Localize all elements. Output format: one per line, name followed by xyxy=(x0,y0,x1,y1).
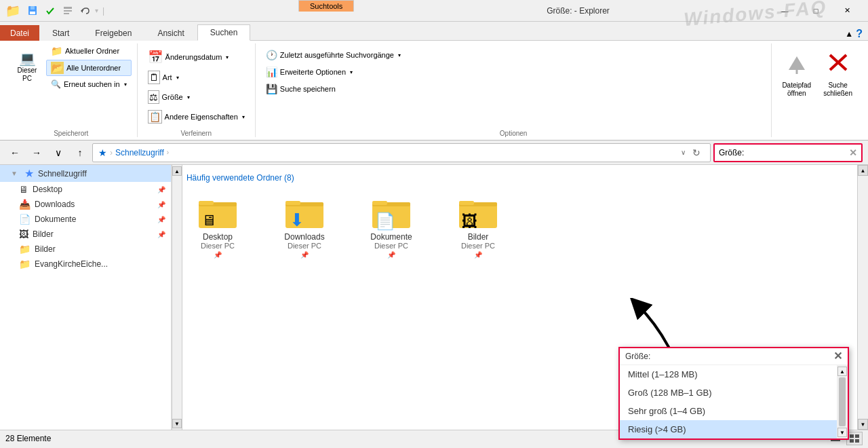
content-scroll-up[interactable]: ▲ xyxy=(858,165,868,176)
tab-datei[interactable]: Datei xyxy=(0,25,39,41)
folder-item-bilder[interactable]: 🖼 Bilder Dieser PC 📌 xyxy=(437,191,519,263)
search-box[interactable]: Größe: ✕ xyxy=(713,143,863,162)
size-dropdown-header: Größe: ✕ xyxy=(620,348,848,365)
downloads-icon: 📥 xyxy=(19,199,31,210)
search-again-icon: 🔍 xyxy=(51,79,61,89)
desktop-label: Desktop xyxy=(33,185,153,194)
alle-unterordner-button[interactable]: 📂 Alle Unterordner xyxy=(46,60,132,76)
svg-rect-13 xyxy=(199,201,214,205)
maximize-button[interactable]: □ xyxy=(800,0,831,22)
folder-item-desktop[interactable]: 🖥 Desktop Dieser PC 📌 xyxy=(177,191,258,263)
andere-eigenschaften-button[interactable]: 📋 Andere Eigenschaften ▾ xyxy=(143,108,250,126)
desktop-pin: 📌 xyxy=(157,186,165,193)
sidebar-item-schnellzugriff[interactable]: ▼ ★ Schnellzugriff xyxy=(0,165,171,182)
zuletzt-ausgefuehrt-button[interactable]: 🕐 Zuletzt ausgeführte Suchvorgänge ▾ xyxy=(261,48,766,62)
downloads-folder-name: Downloads xyxy=(284,232,324,242)
folder-grid: 🖥 Desktop Dieser PC 📌 ⬇ Downloads Dies xyxy=(177,188,863,272)
downloads-label: Downloads xyxy=(35,200,153,209)
dropdown-scroll-down[interactable]: ▼ xyxy=(837,428,847,437)
andere-eigenschaften-label: Andere Eigenschaften xyxy=(165,113,238,121)
folder-icon: 📁 xyxy=(51,45,62,56)
suchtools-tab[interactable]: Suchtools xyxy=(298,0,354,12)
eigenschaften-icon: 📋 xyxy=(148,110,162,124)
size-dropdown: Größe: ✕ Mittel (1–128 MB) Groß (128 MB–… xyxy=(618,347,849,440)
checkmark-qat-button[interactable] xyxy=(42,3,58,19)
erweiterte-optionen-button[interactable]: 📊 Erweiterte Optionen ▾ xyxy=(261,64,766,79)
desktop-badge: 🖥 xyxy=(201,212,216,229)
erneut-suchen-button[interactable]: 🔍 Erneut suchen in ▾ xyxy=(46,77,132,91)
desktop-folder-name: Desktop xyxy=(203,232,233,242)
svg-marker-6 xyxy=(81,9,83,13)
section-header-label: Häufig verwendete Ordner (8) xyxy=(186,173,294,183)
svg-rect-4 xyxy=(64,10,72,12)
zuletzt-ausgefuehrt-label: Zuletzt ausgeführte Suchvorgänge xyxy=(280,51,394,59)
save-qat-button[interactable] xyxy=(24,3,41,19)
svg-rect-1 xyxy=(31,6,35,10)
sidebar-item-desktop[interactable]: 🖥 Desktop 📌 xyxy=(0,182,171,197)
search-clear-icon[interactable]: ✕ xyxy=(849,147,857,158)
search-input[interactable]: Größe: xyxy=(719,148,846,157)
tab-start[interactable]: Start xyxy=(39,25,82,41)
sidebar-item-bilder[interactable]: 🖼 Bilder 📌 xyxy=(0,227,171,242)
sidebar-scroll-up[interactable]: ▲ xyxy=(172,166,182,176)
size-item-gross[interactable]: Groß (128 MB–1 GB) xyxy=(620,384,837,402)
tab-suchen[interactable]: Suchen xyxy=(197,24,251,41)
quick-access-toolbar: 📁 ▾ | xyxy=(5,3,107,19)
sidebar-item-bilder2[interactable]: 📁 Bilder xyxy=(0,242,171,257)
section-header-frequent[interactable]: ▼ Häufig verwendete Ordner (8) xyxy=(177,170,863,185)
evang-icon: 📁 xyxy=(19,259,31,269)
sidebar-scroll-down[interactable]: ▼ xyxy=(172,419,182,428)
dropdown-scroll-up[interactable]: ▲ xyxy=(837,367,847,376)
sidebar-item-downloads[interactable]: 📥 Downloads 📌 xyxy=(0,197,171,212)
address-dropdown-button[interactable]: ∨ xyxy=(681,149,686,156)
dateipfad-oeffnen-button[interactable]: Dateipfadöffnen xyxy=(777,46,816,101)
suche-speichern-label: Suche speichern xyxy=(280,85,336,93)
ribbon-content: 💻 DieserPC 📁 Aktueller Ordner 📂 Alle Unt… xyxy=(0,41,868,141)
suche-speichern-button[interactable]: 💾 Suche speichern xyxy=(261,81,766,96)
art-button[interactable]: 🗒 Art ▾ xyxy=(143,69,250,86)
help-button[interactable]: ? xyxy=(856,28,863,40)
svg-rect-30 xyxy=(850,439,854,443)
properties-qat-button[interactable] xyxy=(60,3,76,19)
calendar-icon: 📅 xyxy=(148,50,163,64)
title-bar: 📁 ▾ | Suchtools Größe: - Explorer Window… xyxy=(0,0,868,22)
content-scroll-down[interactable]: ▼ xyxy=(858,419,868,430)
star-icon: ★ xyxy=(24,167,34,180)
address-schnellzugriff[interactable]: Schnellzugriff xyxy=(115,148,164,157)
close-button[interactable]: ✕ xyxy=(831,0,863,22)
svg-rect-3 xyxy=(64,7,72,9)
minimize-button[interactable]: — xyxy=(769,0,800,22)
refresh-button[interactable]: ↻ xyxy=(688,145,705,161)
forward-button[interactable]: → xyxy=(27,143,46,162)
recent-locations-button[interactable]: ∨ xyxy=(49,143,68,162)
sidebar-scrollbar: ▲ ▼ xyxy=(172,165,182,430)
groesse-button[interactable]: ⚖ Größe ▾ xyxy=(143,88,250,106)
tab-ansicht[interactable]: Ansicht xyxy=(144,25,197,41)
tab-freigeben[interactable]: Freigeben xyxy=(82,25,144,41)
dieser-pc-label: DieserPC xyxy=(18,67,37,83)
undo-qat-button[interactable] xyxy=(77,3,94,19)
size-item-riesig[interactable]: Riesig (>4 GB) xyxy=(620,420,837,438)
address-star-icon: ★ xyxy=(98,147,107,158)
folder-item-downloads[interactable]: ⬇ Downloads Dieser PC 📌 xyxy=(264,191,345,263)
size-dropdown-close-button[interactable]: ✕ xyxy=(833,351,842,362)
back-button[interactable]: ← xyxy=(5,143,24,162)
suche-schliessen-button[interactable]: Sucheschließen xyxy=(818,46,857,101)
speicherort-row: 💻 DieserPC 📁 Aktueller Ordner 📂 Alle Unt… xyxy=(11,43,132,91)
sidebar-item-evang[interactable]: 📁 EvangKircheEiche... xyxy=(0,257,171,272)
aenderungsdatum-button[interactable]: 📅 Änderungsdatum ▾ xyxy=(143,48,250,67)
up-button[interactable]: ↑ xyxy=(71,143,90,162)
desktop-icon: 🖥 xyxy=(19,184,28,195)
ribbon-section-optionen: 🕐 Zuletzt ausgeführte Suchvorgänge ▾ 📊 E… xyxy=(256,43,772,137)
aktueller-ordner-label: Aktueller Ordner xyxy=(65,47,119,55)
dieser-pc-button[interactable]: 💻 DieserPC xyxy=(11,48,43,86)
size-item-mittel[interactable]: Mittel (1–128 MB) xyxy=(620,365,837,384)
ribbon-collapse-button[interactable]: ▲ xyxy=(845,29,853,39)
size-item-sehr-gross[interactable]: Sehr groß (1–4 GB) xyxy=(620,402,837,420)
aktueller-ordner-button[interactable]: 📁 Aktueller Ordner xyxy=(46,43,132,58)
folder-item-dokumente[interactable]: 📄 Dokumente Dieser PC 📌 xyxy=(351,191,432,263)
ribbon-section-speicherort: 💻 DieserPC 📁 Aktueller Ordner 📂 Alle Unt… xyxy=(5,43,138,137)
ribbon-section-verfeinern: 📅 Änderungsdatum ▾ 🗒 Art ▾ ⚖ Größe ▾ 📋 A… xyxy=(138,43,256,137)
sidebar-item-dokumente[interactable]: 📄 Dokumente 📌 xyxy=(0,212,171,227)
explorer-icon: 📁 xyxy=(5,3,20,18)
